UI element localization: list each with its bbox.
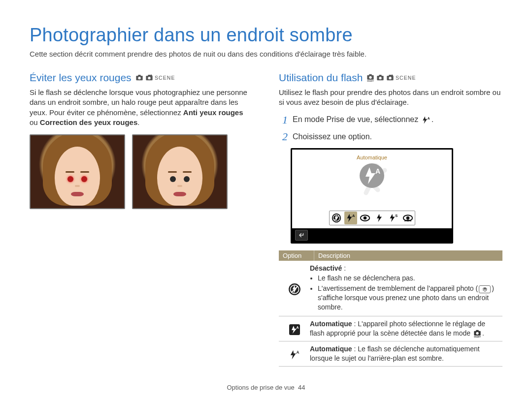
camera-plus-icon — [145, 74, 153, 82]
heading-red-eye-mode-icons: SCENE — [135, 74, 174, 82]
page-footer: Options de prise de vue 44 — [30, 379, 502, 391]
heading-red-eye-text: Éviter les yeux rouges — [30, 72, 132, 84]
heading-flash-mode-icons: SCENE — [366, 74, 415, 82]
table-row-auto-smart: Automatique : L'appareil photo sélection… — [279, 316, 502, 341]
camera-icon — [376, 74, 384, 82]
camera-smart-icon — [366, 74, 374, 82]
scene-label: SCENE — [155, 75, 175, 81]
photo-red-eye-before — [30, 134, 125, 209]
column-flash: Utilisation du flash SCENE Utilisez le f… — [279, 72, 502, 379]
page-title: Photographier dans un endroit sombre — [30, 25, 502, 46]
flash-option-redeye[interactable] — [359, 212, 371, 224]
row-off-bullet-2: L'avertissement de tremblement de l'appa… — [318, 284, 497, 312]
flash-option-row — [329, 211, 415, 225]
photo-red-eye-after — [132, 134, 228, 209]
flash-option-off[interactable] — [330, 212, 343, 224]
row-auto-smart-desc: Automatique : L'appareil photo sélection… — [308, 319, 500, 338]
flash-auto-large-icon — [360, 163, 384, 188]
row-off-bullet-1: Le flash ne se déclenchera pas. — [318, 274, 497, 283]
row-auto-icon-cell — [281, 347, 308, 360]
table-header: Option Description — [279, 250, 502, 261]
row-auto-smart-icon-cell — [281, 322, 308, 336]
flash-auto-box-icon — [289, 324, 300, 336]
page-intro: Cette section décrit comment prendre des… — [30, 50, 502, 58]
flash-options-table: Option Description Désactivé : Le flash … — [279, 250, 502, 367]
camera-shake-icon — [479, 285, 491, 293]
heading-flash: Utilisation du flash SCENE — [279, 72, 502, 84]
footer-section: Options de prise de vue — [227, 384, 294, 391]
red-eye-paragraph: Si le flash se déclenche lorsque vous ph… — [30, 88, 253, 127]
flash-intro-paragraph: Utilisez le flash pour prendre des photo… — [279, 88, 502, 108]
table-row-auto: Automatique : Le flash se déclenche auto… — [279, 341, 502, 367]
flash-option-slow[interactable] — [387, 212, 400, 224]
flash-auto-icon — [422, 116, 431, 124]
step-2-number: 2 — [279, 131, 288, 142]
example-photos — [30, 134, 253, 209]
camera-plus-icon — [386, 74, 394, 82]
row-off-icon-cell — [281, 281, 308, 296]
step-1-number: 1 — [279, 115, 288, 125]
step-2-text: Choisissez une option. — [293, 132, 372, 141]
heading-red-eye: Éviter les yeux rouges SCENE — [30, 72, 253, 84]
flash-option-fill[interactable] — [373, 212, 386, 224]
table-row-off: Désactivé : Le flash ne se déclenchera p… — [279, 261, 502, 316]
heading-flash-text: Utilisation du flash — [279, 72, 363, 84]
th-option: Option — [279, 250, 314, 261]
camera-smart-icon — [473, 330, 481, 338]
back-button[interactable] — [295, 230, 308, 241]
step-1: 1 En mode Prise de vue, sélectionnez . — [279, 115, 502, 125]
flash-option-redeye-fix[interactable] — [401, 212, 414, 224]
row-auto-desc: Automatique : Le flash se déclenche auto… — [308, 344, 500, 363]
camera-icon — [135, 74, 143, 82]
flash-off-icon — [288, 283, 301, 296]
screen-flash-label: Automatique — [357, 154, 387, 160]
th-description: Description — [314, 250, 502, 261]
footer-page-number: 44 — [298, 384, 305, 391]
step-1-text: En mode Prise de vue, sélectionnez . — [293, 115, 433, 124]
step-2: 2 Choisissez une option. — [279, 131, 502, 142]
scene-label: SCENE — [396, 75, 416, 81]
flash-auto-icon — [289, 349, 300, 360]
flash-option-auto[interactable] — [344, 212, 357, 224]
row-off-desc: Désactivé : Le flash ne se déclenchera p… — [308, 264, 500, 313]
column-red-eye: Éviter les yeux rouges SCENE Si le flash… — [30, 72, 253, 379]
flash-selection-screen: Automatique — [291, 148, 453, 244]
